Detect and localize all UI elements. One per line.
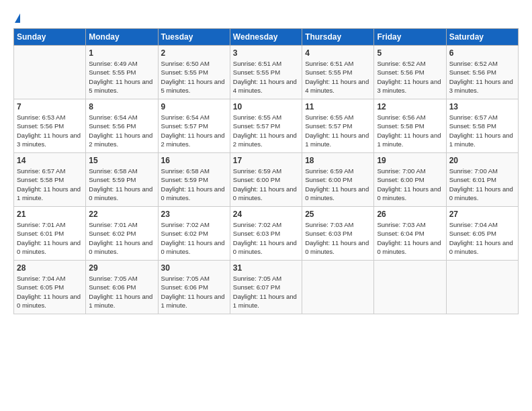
header (13, 12, 519, 21)
day-number: 3 (233, 48, 299, 58)
day-number: 8 (89, 102, 154, 111)
day-number: 20 (449, 156, 515, 165)
day-cell: 22Sunrise: 7:01 AMSunset: 6:02 PMDayligh… (86, 207, 158, 261)
day-cell: 1Sunrise: 6:49 AMSunset: 5:55 PMDaylight… (86, 46, 158, 99)
day-cell: 3Sunrise: 6:51 AMSunset: 5:55 PMDaylight… (230, 46, 302, 99)
day-cell: 30Sunrise: 7:05 AMSunset: 6:06 PMDayligh… (158, 261, 230, 314)
logo (13, 12, 21, 21)
header-cell-tuesday: Tuesday (158, 29, 230, 46)
header-cell-wednesday: Wednesday (230, 29, 302, 46)
day-cell: 29Sunrise: 7:05 AMSunset: 6:06 PMDayligh… (86, 261, 158, 314)
day-info: Sunrise: 7:05 AMSunset: 6:06 PMDaylight:… (89, 274, 154, 310)
day-info: Sunrise: 7:03 AMSunset: 6:03 PMDaylight:… (305, 220, 371, 256)
day-info: Sunrise: 6:51 AMSunset: 5:55 PMDaylight:… (233, 59, 299, 95)
day-info: Sunrise: 6:58 AMSunset: 5:59 PMDaylight:… (161, 167, 227, 202)
day-number: 19 (377, 156, 443, 165)
day-cell: 20Sunrise: 7:00 AMSunset: 6:01 PMDayligh… (446, 153, 518, 207)
day-info: Sunrise: 6:57 AMSunset: 5:58 PMDaylight:… (17, 167, 83, 202)
day-cell: 31Sunrise: 7:05 AMSunset: 6:07 PMDayligh… (230, 261, 302, 314)
day-number: 21 (17, 210, 83, 219)
day-cell: 7Sunrise: 6:53 AMSunset: 5:56 PMDaylight… (14, 99, 86, 153)
day-info: Sunrise: 7:00 AMSunset: 6:01 PMDaylight:… (449, 167, 515, 202)
day-info: Sunrise: 6:50 AMSunset: 5:55 PMDaylight:… (161, 59, 227, 95)
week-row-1: 1Sunrise: 6:49 AMSunset: 5:55 PMDaylight… (14, 46, 519, 99)
day-number: 30 (161, 263, 227, 273)
day-number: 4 (305, 48, 371, 58)
week-row-2: 7Sunrise: 6:53 AMSunset: 5:56 PMDaylight… (14, 99, 519, 153)
day-number: 17 (233, 156, 299, 165)
day-cell: 8Sunrise: 6:54 AMSunset: 5:56 PMDaylight… (86, 99, 158, 153)
day-info: Sunrise: 7:04 AMSunset: 6:05 PMDaylight:… (449, 220, 515, 256)
day-info: Sunrise: 7:03 AMSunset: 6:04 PMDaylight:… (377, 220, 443, 256)
day-info: Sunrise: 6:52 AMSunset: 5:56 PMDaylight:… (377, 59, 443, 95)
header-row: SundayMondayTuesdayWednesdayThursdayFrid… (14, 29, 519, 46)
day-number: 1 (89, 48, 154, 58)
day-cell: 4Sunrise: 6:51 AMSunset: 5:55 PMDaylight… (302, 46, 374, 99)
header-cell-monday: Monday (86, 29, 158, 46)
logo-icon (15, 13, 20, 23)
day-info: Sunrise: 6:54 AMSunset: 5:56 PMDaylight:… (89, 113, 154, 148)
day-info: Sunrise: 6:58 AMSunset: 5:59 PMDaylight:… (89, 167, 154, 202)
day-number: 15 (89, 156, 154, 165)
day-info: Sunrise: 6:56 AMSunset: 5:58 PMDaylight:… (377, 113, 443, 148)
day-info: Sunrise: 6:55 AMSunset: 5:57 PMDaylight:… (305, 113, 371, 148)
day-cell: 5Sunrise: 6:52 AMSunset: 5:56 PMDaylight… (374, 46, 446, 99)
day-cell: 9Sunrise: 6:54 AMSunset: 5:57 PMDaylight… (158, 99, 230, 153)
day-number: 9 (161, 102, 227, 111)
day-info: Sunrise: 6:55 AMSunset: 5:57 PMDaylight:… (233, 113, 299, 148)
day-info: Sunrise: 7:01 AMSunset: 6:02 PMDaylight:… (89, 220, 154, 256)
day-number: 22 (89, 210, 154, 219)
day-cell (302, 261, 374, 314)
day-number: 26 (377, 210, 443, 219)
day-cell: 21Sunrise: 7:01 AMSunset: 6:01 PMDayligh… (14, 207, 86, 261)
day-number: 16 (161, 156, 227, 165)
day-number: 18 (305, 156, 371, 165)
day-info: Sunrise: 6:54 AMSunset: 5:57 PMDaylight:… (161, 113, 227, 148)
day-cell: 28Sunrise: 7:04 AMSunset: 6:05 PMDayligh… (14, 261, 86, 314)
day-number: 23 (161, 210, 227, 219)
calendar-table: SundayMondayTuesdayWednesdayThursdayFrid… (13, 28, 519, 314)
day-number: 12 (377, 102, 443, 111)
day-number: 2 (161, 48, 227, 58)
header-cell-friday: Friday (374, 29, 446, 46)
day-cell: 18Sunrise: 6:59 AMSunset: 6:00 PMDayligh… (302, 153, 374, 207)
day-cell (446, 261, 518, 314)
day-info: Sunrise: 7:05 AMSunset: 6:06 PMDaylight:… (161, 274, 227, 310)
day-cell: 25Sunrise: 7:03 AMSunset: 6:03 PMDayligh… (302, 207, 374, 261)
day-number: 5 (377, 48, 443, 58)
day-info: Sunrise: 7:05 AMSunset: 6:07 PMDaylight:… (233, 274, 299, 310)
day-info: Sunrise: 7:00 AMSunset: 6:00 PMDaylight:… (377, 167, 443, 202)
day-info: Sunrise: 7:02 AMSunset: 6:02 PMDaylight:… (161, 220, 227, 256)
day-number: 6 (449, 48, 515, 58)
day-cell: 12Sunrise: 6:56 AMSunset: 5:58 PMDayligh… (374, 99, 446, 153)
day-number: 31 (233, 263, 299, 273)
header-cell-thursday: Thursday (302, 29, 374, 46)
day-number: 24 (233, 210, 299, 219)
day-cell (374, 261, 446, 314)
week-row-4: 21Sunrise: 7:01 AMSunset: 6:01 PMDayligh… (14, 207, 519, 261)
day-cell: 27Sunrise: 7:04 AMSunset: 6:05 PMDayligh… (446, 207, 518, 261)
header-cell-sunday: Sunday (14, 29, 86, 46)
day-cell: 16Sunrise: 6:58 AMSunset: 5:59 PMDayligh… (158, 153, 230, 207)
day-cell: 24Sunrise: 7:02 AMSunset: 6:03 PMDayligh… (230, 207, 302, 261)
day-number: 7 (17, 102, 83, 111)
header-cell-saturday: Saturday (446, 29, 518, 46)
day-number: 28 (17, 263, 83, 273)
day-info: Sunrise: 6:52 AMSunset: 5:56 PMDaylight:… (449, 59, 515, 95)
day-number: 11 (305, 102, 371, 111)
day-info: Sunrise: 6:57 AMSunset: 5:58 PMDaylight:… (449, 113, 515, 148)
day-info: Sunrise: 7:01 AMSunset: 6:01 PMDaylight:… (17, 220, 83, 256)
day-number: 25 (305, 210, 371, 219)
day-number: 13 (449, 102, 515, 111)
day-number: 14 (17, 156, 83, 165)
day-cell: 26Sunrise: 7:03 AMSunset: 6:04 PMDayligh… (374, 207, 446, 261)
page: SundayMondayTuesdayWednesdayThursdayFrid… (0, 0, 532, 411)
day-cell: 11Sunrise: 6:55 AMSunset: 5:57 PMDayligh… (302, 99, 374, 153)
day-cell: 19Sunrise: 7:00 AMSunset: 6:00 PMDayligh… (374, 153, 446, 207)
day-cell: 2Sunrise: 6:50 AMSunset: 5:55 PMDaylight… (158, 46, 230, 99)
day-cell: 17Sunrise: 6:59 AMSunset: 6:00 PMDayligh… (230, 153, 302, 207)
day-number: 27 (449, 210, 515, 219)
week-row-5: 28Sunrise: 7:04 AMSunset: 6:05 PMDayligh… (14, 261, 519, 314)
day-cell: 23Sunrise: 7:02 AMSunset: 6:02 PMDayligh… (158, 207, 230, 261)
day-info: Sunrise: 6:49 AMSunset: 5:55 PMDaylight:… (89, 59, 154, 95)
